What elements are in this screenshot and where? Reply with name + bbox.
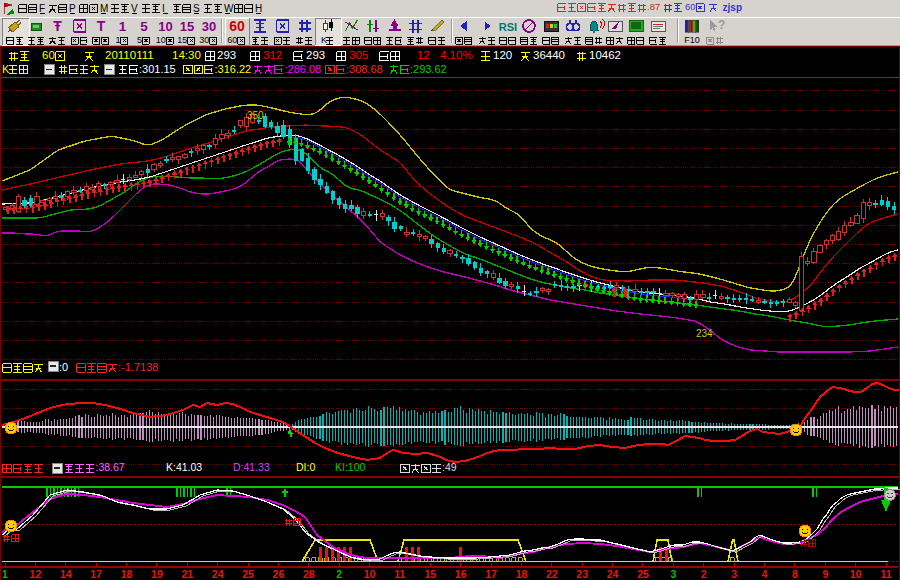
svg-text:3: 3 bbox=[670, 568, 676, 580]
svg-text:19: 19 bbox=[151, 568, 163, 580]
svg-text:Ŧ: Ŧ bbox=[53, 18, 62, 34]
svg-text:10: 10 bbox=[850, 568, 862, 580]
svg-text::301.15: :301.15 bbox=[139, 63, 176, 75]
svg-text:21: 21 bbox=[181, 568, 193, 580]
svg-text:60: 60 bbox=[42, 49, 55, 61]
svg-text:234: 234 bbox=[696, 328, 713, 339]
svg-text:?: ? bbox=[718, 18, 725, 32]
svg-text:17: 17 bbox=[90, 568, 102, 580]
svg-text:5: 5 bbox=[137, 35, 142, 45]
svg-text:10: 10 bbox=[158, 19, 172, 34]
svg-text::0: :0 bbox=[59, 361, 68, 373]
svg-text:F: F bbox=[39, 3, 45, 14]
svg-text:S: S bbox=[193, 3, 200, 14]
svg-text::49: :49 bbox=[442, 461, 457, 473]
svg-text:22: 22 bbox=[546, 568, 558, 580]
svg-text:2: 2 bbox=[336, 568, 342, 580]
svg-text:10: 10 bbox=[156, 35, 166, 45]
svg-text:28: 28 bbox=[303, 568, 315, 580]
svg-text:12: 12 bbox=[417, 49, 430, 61]
svg-text:60: 60 bbox=[229, 18, 245, 34]
svg-text:293: 293 bbox=[306, 49, 325, 61]
svg-text:10: 10 bbox=[364, 568, 376, 580]
svg-text::316.22: :316.22 bbox=[215, 63, 252, 75]
svg-text:60: 60 bbox=[685, 1, 696, 12]
svg-text:26: 26 bbox=[273, 568, 285, 580]
svg-text:10462: 10462 bbox=[589, 49, 621, 61]
svg-text:14:30: 14:30 bbox=[172, 49, 201, 61]
svg-text:.87: .87 bbox=[647, 1, 660, 12]
svg-text:30: 30 bbox=[202, 19, 216, 34]
svg-text:K: K bbox=[2, 63, 10, 75]
svg-text:11: 11 bbox=[880, 568, 891, 580]
svg-text:4: 4 bbox=[762, 568, 768, 580]
svg-text:T: T bbox=[97, 18, 106, 34]
svg-text:D:41.33: D:41.33 bbox=[233, 461, 270, 473]
svg-text::-1.7138: :-1.7138 bbox=[118, 361, 158, 373]
svg-text:zjsp: zjsp bbox=[723, 2, 742, 13]
svg-text:1: 1 bbox=[119, 19, 127, 34]
svg-text:11: 11 bbox=[394, 568, 405, 580]
svg-text:KI:100: KI:100 bbox=[335, 461, 366, 473]
svg-text:20110111: 20110111 bbox=[105, 49, 154, 61]
svg-text:14: 14 bbox=[60, 568, 72, 580]
svg-text:305: 305 bbox=[349, 49, 368, 61]
svg-text:2: 2 bbox=[701, 568, 707, 580]
svg-text:24: 24 bbox=[212, 568, 224, 580]
svg-text:25: 25 bbox=[637, 568, 649, 580]
svg-text:60: 60 bbox=[227, 35, 237, 45]
svg-text:18: 18 bbox=[121, 568, 133, 580]
svg-text:293: 293 bbox=[217, 49, 236, 61]
svg-text:16: 16 bbox=[455, 568, 467, 580]
svg-text:36440: 36440 bbox=[533, 49, 565, 61]
svg-text:9: 9 bbox=[822, 568, 828, 580]
svg-text:W: W bbox=[224, 3, 234, 14]
svg-text:15: 15 bbox=[180, 19, 194, 34]
svg-text:18: 18 bbox=[516, 568, 528, 580]
svg-text:15: 15 bbox=[424, 568, 436, 580]
svg-text::38.67: :38.67 bbox=[96, 461, 125, 473]
svg-text:24: 24 bbox=[607, 568, 619, 580]
svg-text:15: 15 bbox=[177, 35, 187, 45]
svg-text:K:41.03: K:41.03 bbox=[166, 461, 202, 473]
svg-text:1: 1 bbox=[2, 568, 8, 580]
svg-text:1: 1 bbox=[115, 35, 120, 45]
svg-text:8: 8 bbox=[792, 568, 798, 580]
svg-text:F10: F10 bbox=[684, 35, 700, 45]
svg-text::293.62: :293.62 bbox=[410, 63, 447, 75]
svg-text:12: 12 bbox=[30, 568, 42, 580]
svg-text:30: 30 bbox=[199, 35, 209, 45]
svg-text:25: 25 bbox=[242, 568, 254, 580]
svg-text:RSI: RSI bbox=[499, 21, 517, 33]
svg-text:K: K bbox=[321, 35, 327, 45]
svg-text:312: 312 bbox=[263, 49, 282, 61]
svg-text:120: 120 bbox=[493, 49, 512, 61]
svg-text:350: 350 bbox=[247, 110, 264, 121]
svg-text:P: P bbox=[69, 3, 76, 14]
svg-text::308.68: :308.68 bbox=[346, 63, 383, 75]
svg-text::286.08: :286.08 bbox=[285, 63, 322, 75]
svg-text:3: 3 bbox=[731, 568, 737, 580]
svg-text:V: V bbox=[131, 3, 138, 14]
svg-text:4.10%: 4.10% bbox=[440, 49, 473, 61]
svg-text:M: M bbox=[100, 3, 108, 14]
svg-text:I: I bbox=[162, 3, 165, 14]
svg-text:5: 5 bbox=[140, 19, 148, 34]
svg-text:23: 23 bbox=[576, 568, 588, 580]
svg-text:H: H bbox=[255, 3, 262, 14]
svg-text:17: 17 bbox=[485, 568, 497, 580]
svg-text:DI:0: DI:0 bbox=[296, 461, 315, 473]
